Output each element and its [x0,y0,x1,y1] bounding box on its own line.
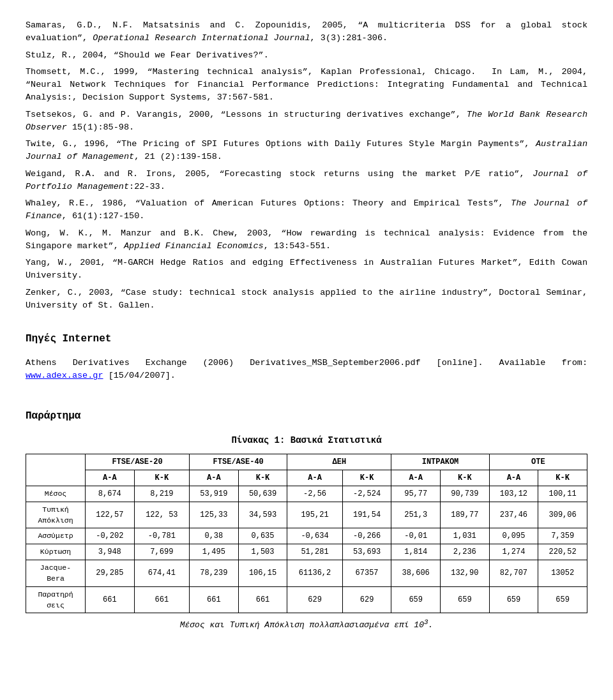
cell-asym-ftse40-aa: 0,38 [190,528,239,544]
cell-kyrt-ote-aa: 1,274 [489,544,538,560]
cell-asym-ote-kk: 7,359 [538,528,587,544]
cell-par-deh-kk: 629 [342,586,391,613]
table-row-paratiriseis: Παρατηρήσεις 661 661 661 661 629 629 659… [26,586,587,613]
cell-typiki-deh-kk: 191,54 [342,502,391,528]
cell-mesos-ftse40-aa: 53,919 [190,486,239,502]
cell-kyrt-ftse20-kk: 7,699 [134,544,189,560]
ref-weigand-journal: Journal of Portfolio Management [26,169,587,191]
cell-par-ftse20-aa: 661 [85,586,134,613]
cell-kyrt-intrakom-aa: 1,814 [391,544,441,560]
cell-typiki-ftse40-kk: 34,593 [238,502,287,528]
ref-tsetsekos-journal: The World Bank Research Observer [26,110,587,132]
cell-typiki-ote-kk: 309,06 [538,502,587,528]
cell-jb-ftse20-kk: 674,41 [134,560,189,587]
cell-mesos-ftse40-kk: 50,639 [238,486,287,502]
col-deh-aa: Α-Α [287,470,342,486]
table-footnote: Μέσος και Τυπική Απόκλιση πολλαπλασιασμέ… [26,617,587,632]
ref-whaley-journal: The Journal of Finance [26,198,587,221]
ref-stulz: Stulz, R., 2004, “Should we Fear Derivat… [26,49,587,62]
cell-kyrt-intrakom-kk: 2,236 [441,544,490,560]
cell-asym-ftse20-kk: -0,781 [134,528,189,544]
stats-table: FTSE/ASE-20 FTSE/ASE-40 ΔΕΗ ΙΝΤΡΑΚΟΜ ΟΤΕ… [26,454,587,614]
cell-mesos-ote-aa: 103,12 [489,486,538,502]
col-ftse20-aa: Α-Α [85,470,134,486]
cell-jb-deh-aa: 61136,2 [287,560,342,587]
cell-jb-ftse40-aa: 78,239 [190,560,239,587]
table-title: Πίνακας 1: Βασικά Στατιστικά [26,434,587,447]
row-label-jacque: Jacque-Bera [26,560,86,587]
ref-yang: Yang, W., 2001, “M-GARCH Hedge Ratios an… [26,257,587,283]
cell-mesos-ftse20-aa: 8,674 [85,486,134,502]
ref-weigand: Weigand, R.A. and R. Irons, 2005, “Forec… [26,168,587,194]
col-intrakom-kk: Κ-Κ [441,470,490,486]
ref-samaras-journal: Operational Research International Journ… [93,33,310,43]
cell-jb-ftse20-aa: 29,285 [85,560,134,587]
cell-asym-intrakom-aa: -0,01 [391,528,441,544]
cell-mesos-ote-kk: 100,11 [538,486,587,502]
table-row-mesos: Μέσος 8,674 8,219 53,919 50,639 -2,56 -2… [26,486,587,502]
cell-typiki-deh-aa: 195,21 [287,502,342,528]
cell-par-ftse20-kk: 661 [134,586,189,613]
table-row-kyrtosi: Κύρτωση 3,948 7,699 1,495 1,503 51,281 5… [26,544,587,560]
table-row-asymmetros: Ασσύμετρ -0,202 -0,781 0,38 0,635 -0,634… [26,528,587,544]
cell-par-intrakom-kk: 659 [441,586,490,613]
cell-par-ote-aa: 659 [489,586,538,613]
col-deh-kk: Κ-Κ [342,470,391,486]
cell-typiki-ftse20-kk: 122, 53 [134,502,189,528]
cell-asym-ftse20-aa: -0,202 [85,528,134,544]
col-ote-kk: Κ-Κ [538,470,587,486]
ref-tsetsekos: Tsetsekos, G. and P. Varangis, 2000, “Le… [26,108,587,135]
table-header-intrakom: ΙΝΤΡΑΚΟΜ [391,454,489,470]
cell-mesos-deh-kk: -2,524 [342,486,391,502]
cell-mesos-deh-aa: -2,56 [287,486,342,502]
cell-typiki-intrakom-aa: 251,3 [391,502,441,528]
table-header-ftse20: FTSE/ASE-20 [85,454,189,470]
row-label-typiki: ΤυπικήΑπόκλιση [26,502,86,528]
cell-mesos-intrakom-kk: 90,739 [441,486,490,502]
row-label-paratiriseis: Παρατηρήσεις [26,586,86,613]
cell-jb-ote-aa: 82,707 [489,560,538,587]
ref-twite: Twite, G., 1996, “The Pricing of SPI Fut… [26,138,587,164]
cell-typiki-intrakom-kk: 189,77 [441,502,490,528]
cell-jb-deh-kk: 67357 [342,560,391,587]
cell-kyrt-deh-kk: 53,693 [342,544,391,560]
col-ftse40-aa: Α-Α [190,470,239,486]
appendix-section: Παράρτημα Πίνακας 1: Βασικά Στατιστικά F… [26,408,587,632]
cell-typiki-ftse40-aa: 125,33 [190,502,239,528]
cell-jb-intrakom-kk: 132,90 [441,560,490,587]
ref-wong-journal: Applied Financial Economics [124,241,264,251]
adex-link[interactable]: www.adex.ase.gr [26,371,103,380]
cell-par-deh-aa: 629 [287,586,342,613]
cell-jb-ote-kk: 13052 [538,560,587,587]
cell-kyrt-ftse40-kk: 1,503 [238,544,287,560]
table-row-jacque: Jacque-Bera 29,285 674,41 78,239 106,15 … [26,560,587,587]
cell-asym-ftse40-kk: 0,635 [238,528,287,544]
table-header-empty [26,454,86,486]
references-section: Samaras, G.D., N.F. Matsatsinis and C. Z… [26,19,587,312]
cell-par-ftse40-aa: 661 [190,586,239,613]
cell-mesos-intrakom-aa: 95,77 [391,486,441,502]
cell-kyrt-ote-kk: 220,52 [538,544,587,560]
internet-entry-1: Athens Derivatives Exchange (2006) Deriv… [26,357,587,383]
col-ote-aa: Α-Α [489,470,538,486]
row-label-kyrtosi: Κύρτωση [26,544,86,560]
table-header-ote: ΟΤΕ [489,454,587,470]
cell-par-intrakom-aa: 659 [391,586,441,613]
cell-typiki-ftse20-aa: 122,57 [85,502,134,528]
table-header-deh: ΔΕΗ [287,454,391,470]
ref-twite-journal: Australian Journal of Management [26,139,587,161]
col-ftse40-kk: Κ-Κ [238,470,287,486]
row-label-mesos: Μέσος [26,486,86,502]
cell-kyrt-deh-aa: 51,281 [287,544,342,560]
cell-kyrt-ftse40-aa: 1,495 [190,544,239,560]
cell-par-ote-kk: 659 [538,586,587,613]
cell-jb-intrakom-aa: 38,606 [391,560,441,587]
ref-wong: Wong, W. K., M. Manzur and B.K. Chew, 20… [26,227,587,253]
row-label-asymmetros: Ασσύμετρ [26,528,86,544]
col-ftse20-kk: Κ-Κ [134,470,189,486]
cell-jb-ftse40-kk: 106,15 [238,560,287,587]
ref-thomsett: Thomsett, M.C., 1999, “Mastering technic… [26,66,587,105]
cell-asym-deh-kk: -0,266 [342,528,391,544]
internet-heading: Πηγές Internet [26,331,587,346]
cell-asym-deh-aa: -0,634 [287,528,342,544]
